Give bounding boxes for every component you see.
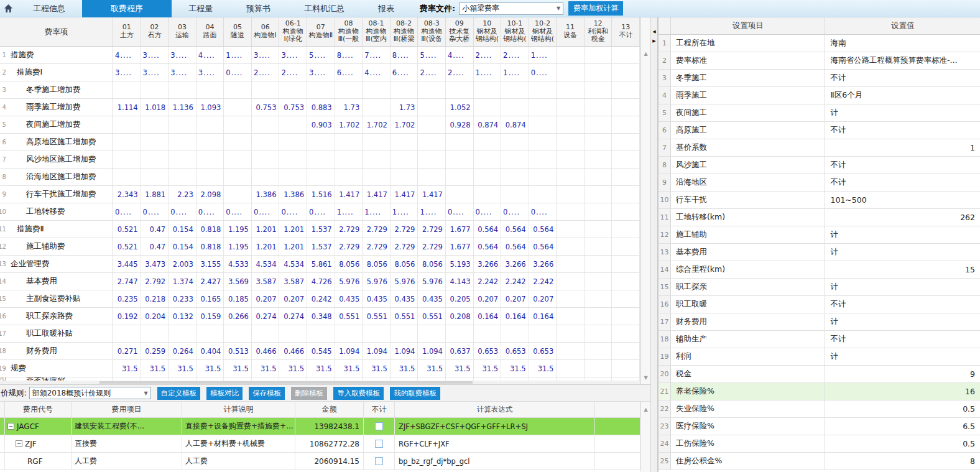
fee-value-cell[interactable]: 1.093 xyxy=(196,99,224,116)
fee-value-cell[interactable] xyxy=(557,325,585,342)
settings-row[interactable]: 25 住房公积金% 8 xyxy=(659,453,980,470)
fee-value-cell[interactable] xyxy=(335,169,363,185)
fee-value-cell[interactable]: 0.883 xyxy=(307,99,335,116)
fee-value-cell[interactable] xyxy=(391,169,418,185)
fee-value-cell[interactable] xyxy=(196,134,224,150)
fee-value-cell[interactable] xyxy=(252,134,280,150)
fee-value-cell[interactable] xyxy=(557,273,585,290)
fee-column-header[interactable]: 13 不计 xyxy=(612,17,640,46)
settings-row[interactable]: 21 养老保险% 16 xyxy=(659,383,980,400)
fee-value-cell[interactable] xyxy=(363,325,391,342)
settings-row[interactable]: 18 辅助生产 不计 xyxy=(659,331,980,348)
fee-value-cell[interactable] xyxy=(585,47,612,63)
fee-value-cell[interactable]: 0.218 xyxy=(141,290,169,307)
fee-value-cell[interactable]: 3.... xyxy=(279,47,307,63)
fee-column-header[interactable]: 08-2 构造物Ⅲ(桥梁 xyxy=(391,17,418,46)
fee-value-cell[interactable]: 5.976 xyxy=(391,273,418,290)
fee-value-cell[interactable]: 1.537 xyxy=(307,238,335,255)
fee-value-cell[interactable]: 3.... xyxy=(169,64,196,81)
fee-value-cell[interactable] xyxy=(585,134,612,150)
fee-value-cell[interactable]: 31.5 xyxy=(307,360,335,377)
formula-row[interactable]: RGF 人工费 人工费 2060914.15 bp_bz_rgf_dj*bp_g… xyxy=(0,453,640,470)
fee-value-cell[interactable] xyxy=(612,151,640,168)
fee-value-cell[interactable] xyxy=(474,325,502,342)
fee-value-cell[interactable] xyxy=(501,325,529,342)
template-button[interactable]: 我的取费模板 xyxy=(390,387,440,400)
fee-value-cell[interactable]: 2.747 xyxy=(113,273,141,290)
fee-value-cell[interactable] xyxy=(501,134,529,150)
fee-value-cell[interactable]: 31.5 xyxy=(196,360,224,377)
fee-value-cell[interactable]: 31.5 xyxy=(141,360,169,377)
fee-value-cell[interactable]: 0.205 xyxy=(446,290,474,307)
fee-value-cell[interactable]: 2.... xyxy=(474,47,502,63)
fee-value-cell[interactable]: 0.... xyxy=(529,64,557,81)
fee-value-cell[interactable] xyxy=(224,81,252,98)
setting-value[interactable]: 262 xyxy=(825,209,980,226)
fee-value-cell[interactable] xyxy=(169,325,196,342)
fee-column-header[interactable]: 05 隧道 xyxy=(224,17,252,46)
setting-value[interactable]: 计 xyxy=(825,244,980,261)
fee-value-cell[interactable] xyxy=(557,169,585,185)
template-button[interactable]: 删除模板 xyxy=(291,387,327,400)
fee-value-cell[interactable]: 0.165 xyxy=(196,290,224,307)
fee-column-header[interactable]: 09 技术复杂大桥 xyxy=(446,17,474,46)
fee-column-header[interactable]: 11 设备 xyxy=(557,17,585,46)
fee-value-cell[interactable]: 0.235 xyxy=(113,290,141,307)
fee-value-cell[interactable]: 2.003 xyxy=(169,256,196,272)
fee-value-cell[interactable] xyxy=(418,151,446,168)
fee-value-cell[interactable]: 4.... xyxy=(446,47,474,63)
fee-value-cell[interactable]: 1.881 xyxy=(141,186,169,203)
fee-value-cell[interactable]: 3.... xyxy=(196,64,224,81)
settings-row[interactable]: 2 费率标准 海南省公路工程概算预算费率标准-... xyxy=(659,52,980,70)
fee-value-cell[interactable] xyxy=(585,256,612,272)
settings-row[interactable]: 1 工程所在地 海南 xyxy=(659,35,980,52)
fee-value-cell[interactable] xyxy=(307,325,335,342)
fee-value-cell[interactable]: 1.... xyxy=(224,47,252,63)
fee-value-cell[interactable]: 2.23 xyxy=(169,186,196,203)
fee-table-row[interactable]: 3 冬季施工增加费 xyxy=(0,81,640,99)
fee-value-cell[interactable] xyxy=(585,116,612,133)
fee-value-cell[interactable] xyxy=(446,186,474,203)
scroll-up-icon[interactable]: ▲ xyxy=(644,407,647,413)
fee-table-row[interactable]: 2 措施费Ⅰ 3....3....3....3....0....2....2..… xyxy=(0,64,640,81)
fee-value-cell[interactable]: 5.976 xyxy=(363,273,391,290)
fee-value-cell[interactable]: 0.... xyxy=(474,203,502,220)
scroll-down-icon[interactable]: ▼ xyxy=(644,375,647,381)
col-amount[interactable]: 金额 xyxy=(295,402,364,417)
fee-table-row[interactable]: 6 高原地区施工增加费 xyxy=(0,134,640,151)
fee-table-row[interactable]: 17 职工取暖补贴 xyxy=(0,325,640,343)
fee-value-cell[interactable] xyxy=(418,169,446,185)
fee-table-row[interactable]: 4 雨季施工增加费 1.1141.0181.1361.0930.7530.753… xyxy=(0,99,640,116)
fee-value-cell[interactable]: 1.195 xyxy=(224,238,252,255)
setting-value[interactable]: 101~500 xyxy=(825,192,980,208)
fee-value-cell[interactable]: 31.5 xyxy=(418,360,446,377)
fee-value-cell[interactable] xyxy=(418,99,446,116)
fee-value-cell[interactable]: 8.056 xyxy=(418,256,446,272)
fee-value-cell[interactable] xyxy=(612,308,640,325)
fee-value-cell[interactable] xyxy=(391,81,418,98)
setting-value[interactable]: 不计 xyxy=(825,122,980,139)
setting-value[interactable]: 计 xyxy=(825,279,980,295)
setting-value[interactable]: 8 xyxy=(825,453,980,470)
tab[interactable]: 工程量 xyxy=(172,0,229,17)
fee-value-cell[interactable] xyxy=(529,186,557,203)
fee-value-cell[interactable]: 0.637 xyxy=(446,343,474,359)
fee-value-cell[interactable]: 1.677 xyxy=(446,238,474,255)
fee-value-cell[interactable]: 3.445 xyxy=(113,256,141,272)
fee-value-cell[interactable] xyxy=(501,169,529,185)
fee-value-cell[interactable]: 1.537 xyxy=(307,221,335,238)
fee-value-cell[interactable] xyxy=(585,203,612,220)
fee-value-cell[interactable] xyxy=(224,186,252,203)
fee-value-cell[interactable]: 0.551 xyxy=(418,308,446,325)
fee-value-cell[interactable]: 0.435 xyxy=(418,290,446,307)
fee-value-cell[interactable]: 1.201 xyxy=(279,221,307,238)
fee-value-cell[interactable]: 1.374 xyxy=(169,273,196,290)
fee-value-cell[interactable]: 0.... xyxy=(529,203,557,220)
fee-column-header[interactable]: 07 构造物Ⅱ xyxy=(307,17,335,46)
fee-value-cell[interactable] xyxy=(529,81,557,98)
fee-value-cell[interactable]: 5.... xyxy=(307,47,335,63)
fee-value-cell[interactable] xyxy=(612,134,640,150)
fee-value-cell[interactable]: 2.729 xyxy=(335,238,363,255)
fee-value-cell[interactable]: 0.233 xyxy=(169,290,196,307)
fee-value-cell[interactable]: 31.5 xyxy=(446,360,474,377)
